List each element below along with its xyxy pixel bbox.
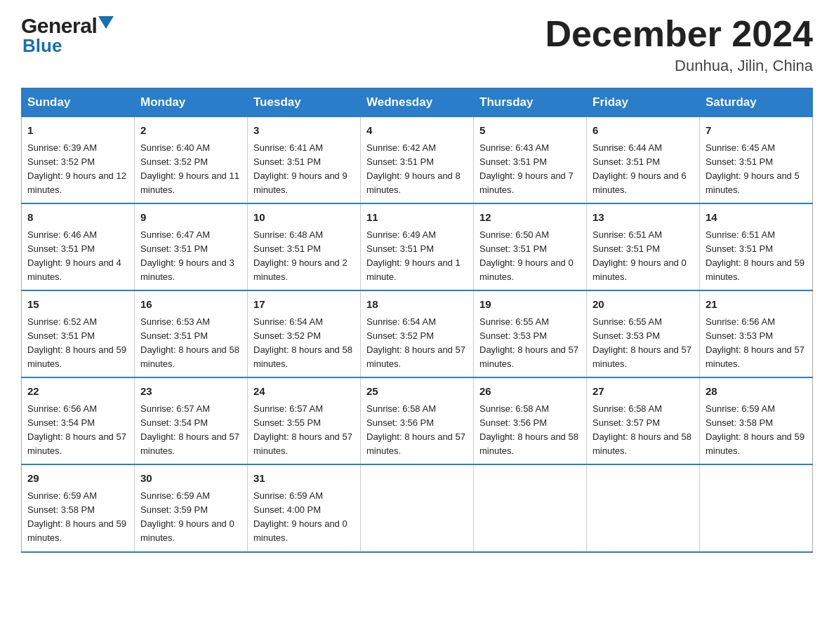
day-info: Sunrise: 6:59 AM Sunset: 3:58 PM Dayligh… (27, 489, 128, 546)
day-info: Sunrise: 6:57 AM Sunset: 3:55 PM Dayligh… (253, 402, 355, 459)
table-row: 6 Sunrise: 6:44 AM Sunset: 3:51 PM Dayli… (587, 117, 700, 204)
table-row: 20 Sunrise: 6:55 AM Sunset: 3:53 PM Dayl… (587, 290, 700, 377)
sunset-label: Sunset: 3:51 PM (140, 243, 208, 254)
day-info: Sunrise: 6:59 AM Sunset: 4:00 PM Dayligh… (253, 489, 355, 546)
day-info: Sunrise: 6:59 AM Sunset: 3:58 PM Dayligh… (706, 402, 807, 459)
daylight-label: Daylight: 9 hours and 12 minutes. (27, 170, 126, 195)
table-row: 11 Sunrise: 6:49 AM Sunset: 3:51 PM Dayl… (361, 203, 474, 290)
table-row: 1 Sunrise: 6:39 AM Sunset: 3:52 PM Dayli… (22, 117, 135, 204)
table-row (361, 464, 474, 551)
day-info: Sunrise: 6:47 AM Sunset: 3:51 PM Dayligh… (140, 228, 241, 285)
day-number: 11 (366, 210, 468, 226)
day-number: 22 (27, 384, 128, 400)
sunset-label: Sunset: 3:51 PM (366, 156, 434, 167)
calendar-header-row: Sunday Monday Tuesday Wednesday Thursday… (22, 88, 813, 117)
table-row: 13 Sunrise: 6:51 AM Sunset: 3:51 PM Dayl… (587, 203, 700, 290)
col-friday: Friday (587, 88, 700, 117)
day-number: 13 (593, 210, 694, 226)
col-sunday: Sunday (22, 88, 135, 117)
table-row: 12 Sunrise: 6:50 AM Sunset: 3:51 PM Dayl… (474, 203, 587, 290)
table-row (587, 464, 700, 551)
daylight-label: Daylight: 9 hours and 1 minute. (366, 257, 461, 282)
daylight-label: Daylight: 8 hours and 59 minutes. (706, 257, 805, 282)
day-info: Sunrise: 6:45 AM Sunset: 3:51 PM Dayligh… (706, 141, 807, 198)
day-info: Sunrise: 6:58 AM Sunset: 3:57 PM Dayligh… (593, 402, 694, 459)
day-number: 31 (253, 471, 355, 487)
svg-marker-0 (98, 16, 114, 29)
daylight-label: Daylight: 8 hours and 58 minutes. (253, 344, 352, 369)
table-row: 26 Sunrise: 6:58 AM Sunset: 3:56 PM Dayl… (474, 377, 587, 464)
sunrise-label: Sunrise: 6:48 AM (253, 229, 323, 240)
sunrise-label: Sunrise: 6:58 AM (479, 403, 549, 414)
sunset-label: Sunset: 3:51 PM (706, 243, 773, 254)
daylight-label: Daylight: 9 hours and 0 minutes. (253, 518, 348, 543)
table-row: 29 Sunrise: 6:59 AM Sunset: 3:58 PM Dayl… (22, 464, 135, 551)
table-row: 23 Sunrise: 6:57 AM Sunset: 3:54 PM Dayl… (135, 377, 248, 464)
table-row: 4 Sunrise: 6:42 AM Sunset: 3:51 PM Dayli… (361, 117, 474, 204)
daylight-label: Daylight: 9 hours and 3 minutes. (140, 257, 234, 282)
table-row: 28 Sunrise: 6:59 AM Sunset: 3:58 PM Dayl… (700, 377, 813, 464)
sunrise-label: Sunrise: 6:49 AM (366, 229, 436, 240)
day-info: Sunrise: 6:54 AM Sunset: 3:52 PM Dayligh… (253, 315, 355, 372)
sunset-label: Sunset: 3:51 PM (140, 330, 208, 341)
day-number: 27 (593, 384, 694, 400)
sunset-label: Sunset: 3:51 PM (479, 243, 547, 254)
daylight-label: Daylight: 8 hours and 57 minutes. (366, 344, 465, 369)
day-number: 4 (366, 123, 468, 139)
logo-blue-text: Blue (22, 35, 62, 57)
day-number: 25 (366, 384, 468, 400)
sunset-label: Sunset: 3:52 PM (253, 330, 321, 341)
sunset-label: Sunset: 3:54 PM (140, 417, 208, 428)
day-number: 20 (593, 297, 694, 313)
day-info: Sunrise: 6:44 AM Sunset: 3:51 PM Dayligh… (593, 141, 694, 198)
sunrise-label: Sunrise: 6:59 AM (140, 490, 210, 501)
sunrise-label: Sunrise: 6:47 AM (140, 229, 210, 240)
sunrise-label: Sunrise: 6:58 AM (593, 403, 662, 414)
table-row: 19 Sunrise: 6:55 AM Sunset: 3:53 PM Dayl… (474, 290, 587, 377)
day-info: Sunrise: 6:54 AM Sunset: 3:52 PM Dayligh… (366, 315, 468, 372)
daylight-label: Daylight: 8 hours and 58 minutes. (140, 344, 239, 369)
sunrise-label: Sunrise: 6:59 AM (706, 403, 775, 414)
sunset-label: Sunset: 4:00 PM (253, 504, 321, 515)
sunrise-label: Sunrise: 6:46 AM (27, 229, 97, 240)
daylight-label: Daylight: 9 hours and 7 minutes. (479, 170, 574, 195)
day-number: 12 (479, 210, 581, 226)
sunset-label: Sunset: 3:56 PM (479, 417, 547, 428)
sunrise-label: Sunrise: 6:56 AM (27, 403, 97, 414)
sunrise-label: Sunrise: 6:42 AM (366, 142, 436, 153)
day-info: Sunrise: 6:55 AM Sunset: 3:53 PM Dayligh… (479, 315, 581, 372)
sunrise-label: Sunrise: 6:51 AM (593, 229, 662, 240)
sunrise-label: Sunrise: 6:52 AM (27, 316, 97, 327)
sunrise-label: Sunrise: 6:59 AM (253, 490, 323, 501)
calendar-week-row: 22 Sunrise: 6:56 AM Sunset: 3:54 PM Dayl… (22, 377, 813, 464)
day-info: Sunrise: 6:41 AM Sunset: 3:51 PM Dayligh… (253, 141, 355, 198)
day-info: Sunrise: 6:39 AM Sunset: 3:52 PM Dayligh… (27, 141, 128, 198)
table-row: 22 Sunrise: 6:56 AM Sunset: 3:54 PM Dayl… (22, 377, 135, 464)
calendar-week-row: 8 Sunrise: 6:46 AM Sunset: 3:51 PM Dayli… (22, 203, 813, 290)
sunrise-label: Sunrise: 6:55 AM (593, 316, 662, 327)
daylight-label: Daylight: 8 hours and 57 minutes. (140, 431, 239, 456)
sunrise-label: Sunrise: 6:43 AM (479, 142, 549, 153)
sunrise-label: Sunrise: 6:58 AM (366, 403, 436, 414)
sunset-label: Sunset: 3:52 PM (366, 330, 434, 341)
sunset-label: Sunset: 3:52 PM (140, 156, 208, 167)
day-number: 15 (27, 297, 128, 313)
table-row: 8 Sunrise: 6:46 AM Sunset: 3:51 PM Dayli… (22, 203, 135, 290)
day-info: Sunrise: 6:43 AM Sunset: 3:51 PM Dayligh… (479, 141, 581, 198)
daylight-label: Daylight: 9 hours and 9 minutes. (253, 170, 348, 195)
day-number: 26 (479, 384, 581, 400)
sunset-label: Sunset: 3:53 PM (593, 330, 660, 341)
sunset-label: Sunset: 3:53 PM (706, 330, 773, 341)
day-info: Sunrise: 6:59 AM Sunset: 3:59 PM Dayligh… (140, 489, 241, 546)
sunrise-label: Sunrise: 6:39 AM (27, 142, 97, 153)
sunrise-label: Sunrise: 6:57 AM (253, 403, 323, 414)
subtitle: Dunhua, Jilin, China (545, 57, 813, 75)
day-info: Sunrise: 6:56 AM Sunset: 3:53 PM Dayligh… (706, 315, 807, 372)
table-row (700, 464, 813, 551)
daylight-label: Daylight: 8 hours and 59 minutes. (27, 344, 126, 369)
table-row: 27 Sunrise: 6:58 AM Sunset: 3:57 PM Dayl… (587, 377, 700, 464)
table-row: 31 Sunrise: 6:59 AM Sunset: 4:00 PM Dayl… (248, 464, 361, 551)
daylight-label: Daylight: 8 hours and 59 minutes. (27, 518, 126, 543)
table-row: 10 Sunrise: 6:48 AM Sunset: 3:51 PM Dayl… (248, 203, 361, 290)
sunset-label: Sunset: 3:59 PM (140, 504, 208, 515)
